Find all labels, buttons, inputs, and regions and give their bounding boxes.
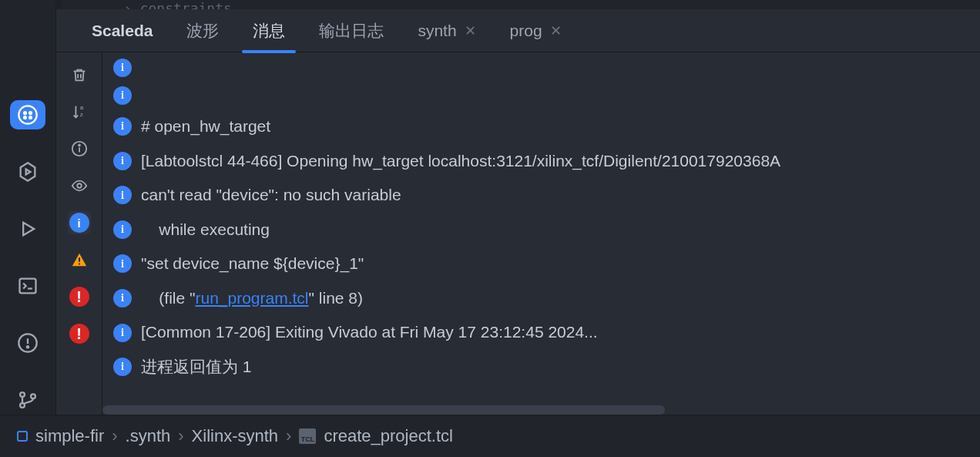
eye-icon (71, 177, 88, 194)
close-icon[interactable]: ✕ (550, 9, 562, 52)
info-bullet-icon: i (113, 86, 132, 105)
message-row[interactable]: i"set device_name ${device}_1" (113, 251, 966, 277)
info-level-icon: i (69, 213, 89, 233)
filter-error-button[interactable]: ! (68, 285, 91, 308)
tcl-file-icon: TCL (299, 428, 316, 444)
info-bullet-icon: i (113, 152, 132, 170)
svg-point-0 (18, 106, 36, 123)
panel-tabs: Scaleda 波形 消息 输出日志 synth✕ prog✕ (56, 9, 980, 52)
breadcrumb-file[interactable]: TCLcreate_project.tcl (299, 426, 453, 446)
messages-list[interactable]: i i i# open_hw_target i[Labtoolstcl 44-4… (102, 52, 980, 415)
svg-point-15 (77, 183, 82, 188)
message-row[interactable]: i (113, 86, 966, 105)
info-bullet-icon: i (113, 324, 132, 342)
info-bullet-icon: i (113, 186, 132, 204)
svg-point-14 (79, 145, 80, 146)
message-row[interactable]: i while executing (113, 217, 966, 243)
terminal-icon (17, 275, 39, 297)
sort-button[interactable]: az (68, 100, 91, 123)
message-row[interactable]: ican't read "device": no such variable (113, 183, 966, 208)
info-bullet-icon: i (113, 254, 132, 273)
activity-terminal[interactable] (10, 271, 45, 301)
messages-panel: Scaleda 波形 消息 输出日志 synth✕ prog✕ az i (55, 9, 980, 415)
info-bullet-icon: i (113, 289, 132, 307)
svg-point-1 (24, 112, 26, 114)
messages-gutter: az i ! ! (56, 52, 102, 415)
scaleda-icon (17, 104, 39, 126)
git-branch-icon (17, 389, 39, 411)
trash-icon (71, 66, 88, 83)
tab-messages[interactable]: 消息 (236, 9, 302, 52)
sort-icon: az (71, 103, 88, 120)
svg-point-8 (20, 392, 25, 397)
message-row[interactable]: i (file "run_program.tcl" line 8) (113, 286, 966, 311)
visibility-button[interactable] (68, 174, 91, 197)
breadcrumb-dir[interactable]: .synth (126, 426, 171, 446)
message-row[interactable]: i[Common 17-206] Exiting Vivado at Fri M… (113, 320, 966, 345)
breadcrumb-subdir[interactable]: Xilinx-synth (192, 426, 278, 446)
tab-prog[interactable]: prog✕ (493, 9, 579, 52)
svg-point-9 (20, 403, 25, 408)
breadcrumb-bar: simple-fir › .synth › Xilinx-synth › TCL… (0, 415, 980, 457)
activity-git[interactable] (10, 385, 45, 415)
message-row[interactable]: i[Labtoolstcl 44-466] Opening hw_target … (113, 149, 966, 174)
project-icon (17, 431, 28, 442)
info-button[interactable] (68, 137, 91, 160)
close-icon[interactable]: ✕ (465, 9, 476, 52)
activity-run-outline[interactable] (10, 157, 45, 186)
svg-text:z: z (79, 111, 82, 118)
tab-scaleda[interactable]: Scaleda (75, 9, 169, 52)
svg-rect-16 (79, 257, 80, 262)
tab-wave[interactable]: 波形 (169, 9, 236, 52)
parent-tree-hint: › constraints (62, 0, 980, 9)
message-row[interactable]: i (113, 59, 966, 77)
hexagon-play-icon (17, 161, 39, 183)
activity-run[interactable] (10, 214, 45, 244)
info-bullet-icon: i (113, 117, 132, 136)
svg-point-3 (24, 116, 26, 119)
error-level-icon: ! (69, 287, 89, 307)
chevron-right-icon: › (178, 426, 183, 446)
svg-rect-5 (20, 279, 36, 294)
horizontal-scrollbar[interactable] (102, 405, 665, 415)
activity-scaleda[interactable] (10, 100, 45, 129)
play-icon (17, 218, 39, 240)
svg-point-4 (29, 116, 32, 119)
breadcrumb-project[interactable]: simple-fir (17, 426, 104, 446)
message-row[interactable]: i进程返回值为 1 (113, 355, 966, 380)
file-link[interactable]: run_program.tcl (195, 289, 308, 307)
warning-level-icon (69, 250, 89, 270)
message-row[interactable]: i# open_hw_target (113, 114, 966, 139)
activity-bar (0, 0, 55, 415)
chevron-right-icon: › (286, 426, 291, 446)
svg-point-2 (29, 112, 32, 114)
clear-all-button[interactable] (68, 63, 91, 86)
filter-fatal-button[interactable]: ! (68, 322, 91, 345)
tab-output[interactable]: 输出日志 (302, 9, 401, 52)
tab-synth[interactable]: synth✕ (401, 9, 492, 52)
svg-point-10 (31, 394, 35, 398)
chevron-right-icon: › (112, 426, 117, 446)
filter-info-button[interactable]: i (68, 211, 91, 234)
activity-problems[interactable] (10, 328, 45, 358)
fatal-level-icon: ! (69, 324, 89, 344)
info-bullet-icon: i (113, 59, 132, 77)
info-bullet-icon: i (113, 358, 132, 376)
alert-circle-icon (17, 332, 39, 354)
info-bullet-icon: i (113, 220, 132, 239)
svg-rect-17 (79, 264, 80, 265)
info-circle-icon (71, 140, 88, 157)
svg-point-7 (27, 346, 29, 348)
filter-warning-button[interactable] (68, 248, 91, 271)
